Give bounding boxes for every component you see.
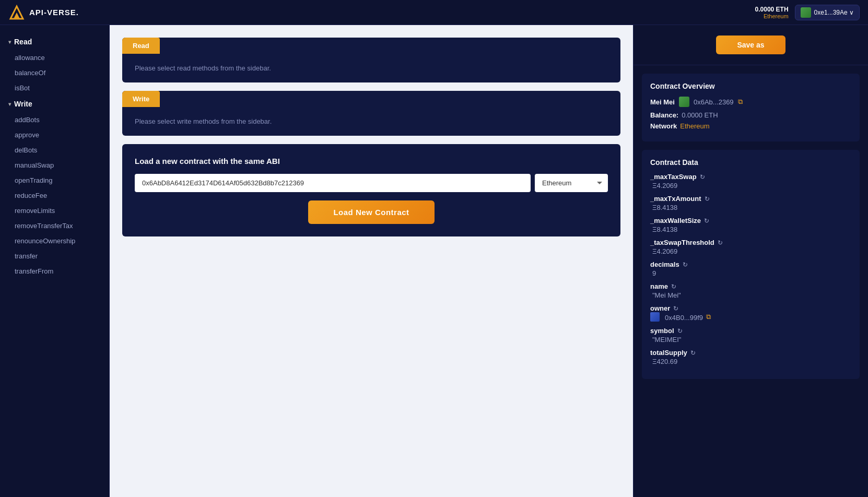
read-panel-body: Please select read methods from the side… bbox=[122, 54, 620, 82]
data-item-decimals: decimals ↻ 9 bbox=[650, 261, 851, 277]
wallet-avatar-icon bbox=[801, 7, 811, 18]
right-panel: Save as Contract Overview Mei Mei 0x6Ab.… bbox=[633, 25, 868, 497]
data-item-value-maxtxamount: Ξ8.4138 bbox=[650, 204, 851, 211]
network-select[interactable]: Ethereum BSC Polygon Avalanche bbox=[535, 174, 608, 192]
contract-overview: Contract Overview Mei Mei 0x6Ab...2369 ⧉… bbox=[642, 74, 860, 141]
data-item-owner: owner ↻ 0x4B0...99f9 ⧉ bbox=[650, 304, 851, 322]
data-item-name-maxtaxswap: _maxTaxSwap bbox=[650, 173, 697, 181]
sidebar-item-removetransfertax[interactable]: removeTransferTax bbox=[0, 218, 109, 233]
network-row: Network Ethereum bbox=[650, 122, 851, 130]
header-right: 0.0000 ETH Ethereum 0xe1...39Ae ∨ bbox=[755, 5, 860, 20]
logo-icon bbox=[8, 4, 25, 21]
data-item-maxwalletsize: _maxWalletSize ↻ Ξ8.4138 bbox=[650, 217, 851, 233]
load-contract-input-row: Ethereum BSC Polygon Avalanche bbox=[135, 174, 608, 192]
write-panel-body: Please select write methods from the sid… bbox=[122, 107, 620, 136]
data-item-name-symbol: symbol bbox=[650, 327, 674, 335]
read-chevron-icon: ▾ bbox=[8, 39, 11, 45]
owner-avatar-icon bbox=[650, 312, 660, 322]
main-layout: ▾ Read allowance balanceOf isBot ▾ Write… bbox=[0, 25, 868, 497]
sidebar-item-manualswap[interactable]: manualSwap bbox=[0, 158, 109, 173]
eth-info: 0.0000 ETH Ethereum bbox=[755, 6, 789, 19]
sidebar-item-opentrading[interactable]: openTrading bbox=[0, 173, 109, 188]
svg-marker-1 bbox=[14, 13, 20, 19]
save-as-button[interactable]: Save as bbox=[716, 36, 785, 54]
read-panel-header: Read bbox=[122, 38, 160, 54]
data-item-name-totalsupply: totalSupply bbox=[650, 349, 687, 357]
data-item-maxtaxswap: _maxTaxSwap ↻ Ξ4.2069 bbox=[650, 173, 851, 190]
data-item-value-maxwalletsize: Ξ8.4138 bbox=[650, 226, 851, 233]
write-chevron-icon: ▾ bbox=[8, 101, 11, 107]
balance-row: Balance: 0.0000 ETH bbox=[650, 111, 851, 119]
logo-text: API-VERSE. bbox=[29, 8, 79, 17]
contract-data-title: Contract Data bbox=[650, 158, 851, 167]
sidebar-item-approve[interactable]: approve bbox=[0, 127, 109, 143]
data-item-name-maxtxamount: _maxTxAmount bbox=[650, 195, 701, 203]
data-item-value-totalsupply: Ξ420.69 bbox=[650, 358, 851, 365]
data-item-name-decimals: decimals bbox=[650, 261, 679, 268]
write-section-label: Write bbox=[14, 100, 32, 108]
data-item-taxswapthreshold: _taxSwapThreshold ↻ Ξ4.2069 bbox=[650, 239, 851, 255]
sidebar-item-delbots[interactable]: delBots bbox=[0, 143, 109, 158]
refresh-owner-icon[interactable]: ↻ bbox=[673, 305, 678, 312]
sidebar-item-transferfrom[interactable]: transferFrom bbox=[0, 264, 109, 279]
sidebar-item-reducefee[interactable]: reduceFee bbox=[0, 188, 109, 203]
sidebar-write-section[interactable]: ▾ Write bbox=[0, 96, 109, 112]
logo-area: API-VERSE. bbox=[8, 4, 79, 21]
data-item-value-name: "Mei Mei" bbox=[650, 291, 851, 299]
data-item-totalsupply: totalSupply ↻ Ξ420.69 bbox=[650, 349, 851, 365]
copy-address-icon[interactable]: ⧉ bbox=[738, 98, 743, 106]
data-item-value-taxswapthreshold: Ξ4.2069 bbox=[650, 247, 851, 255]
refresh-symbol-icon[interactable]: ↻ bbox=[677, 327, 683, 335]
data-item-name-name: name bbox=[650, 282, 668, 290]
owner-value-row: 0x4B0...99f9 ⧉ bbox=[650, 312, 851, 322]
top-header: API-VERSE. 0.0000 ETH Ethereum 0xe1...39… bbox=[0, 0, 868, 25]
contract-avatar-icon bbox=[679, 97, 689, 107]
refresh-maxtxamount-icon[interactable]: ↻ bbox=[705, 195, 710, 203]
data-item-value-maxtaxswap: Ξ4.2069 bbox=[650, 182, 851, 190]
load-new-contract-button[interactable]: Load New Contract bbox=[308, 200, 434, 224]
data-item-value-decimals: 9 bbox=[650, 269, 851, 277]
sidebar-item-isbot[interactable]: isBot bbox=[0, 80, 109, 96]
data-item-value-owner: 0x4B0...99f9 bbox=[663, 314, 703, 322]
sidebar-item-allowance[interactable]: allowance bbox=[0, 50, 109, 65]
balance-label: Balance: bbox=[650, 111, 678, 119]
contract-name-row: Mei Mei 0x6Ab...2369 ⧉ bbox=[650, 97, 851, 107]
sidebar-item-balanceof[interactable]: balanceOf bbox=[0, 65, 109, 80]
refresh-maxwalletsize-icon[interactable]: ↻ bbox=[704, 217, 709, 224]
refresh-taxswapthreshold-icon[interactable]: ↻ bbox=[718, 239, 723, 246]
contract-address-input[interactable] bbox=[135, 174, 531, 192]
data-item-name: name ↻ "Mei Mei" bbox=[650, 282, 851, 299]
load-contract-title: Load a new contract with the same ABI bbox=[135, 157, 608, 165]
eth-amount: 0.0000 ETH bbox=[755, 6, 789, 13]
wallet-address: 0xe1...39Ae ∨ bbox=[814, 9, 854, 16]
refresh-totalsupply-icon[interactable]: ↻ bbox=[690, 349, 696, 357]
save-area: Save as bbox=[634, 25, 868, 65]
data-item-name-taxswapthreshold: _taxSwapThreshold bbox=[650, 239, 714, 246]
wallet-badge[interactable]: 0xe1...39Ae ∨ bbox=[795, 5, 860, 20]
network-label: Network bbox=[650, 122, 677, 130]
copy-owner-icon[interactable]: ⧉ bbox=[706, 313, 711, 321]
data-item-name-maxwalletsize: _maxWalletSize bbox=[650, 217, 701, 224]
data-item-maxtxamount: _maxTxAmount ↻ Ξ8.4138 bbox=[650, 195, 851, 211]
eth-network-label: Ethereum bbox=[755, 13, 789, 19]
read-section-label: Read bbox=[14, 38, 32, 46]
data-item-name-owner: owner bbox=[650, 304, 670, 312]
content-area: Read Please select read methods from the… bbox=[110, 25, 868, 497]
sidebar-item-renounceownership[interactable]: renounceOwnership bbox=[0, 233, 109, 249]
read-method-panel: Read Please select read methods from the… bbox=[122, 38, 620, 82]
write-method-panel: Write Please select write methods from t… bbox=[122, 91, 620, 136]
network-value: Ethereum bbox=[680, 122, 709, 130]
refresh-maxtaxswap-icon[interactable]: ↻ bbox=[700, 173, 705, 181]
refresh-name-icon[interactable]: ↻ bbox=[671, 283, 676, 290]
refresh-decimals-icon[interactable]: ↻ bbox=[683, 261, 688, 268]
balance-value: 0.0000 ETH bbox=[682, 111, 718, 119]
sidebar-item-addbots[interactable]: addBots bbox=[0, 112, 109, 127]
sidebar: ▾ Read allowance balanceOf isBot ▾ Write… bbox=[0, 25, 110, 497]
sidebar-read-section[interactable]: ▾ Read bbox=[0, 33, 109, 50]
contract-name: Mei Mei bbox=[650, 98, 675, 106]
sidebar-item-transfer[interactable]: transfer bbox=[0, 249, 109, 264]
data-item-value-symbol: "MEIMEI" bbox=[650, 336, 851, 344]
contract-data-panel: Contract Data _maxTaxSwap ↻ Ξ4.2069 _max… bbox=[642, 150, 860, 379]
contract-address-display: 0x6Ab...2369 bbox=[694, 98, 734, 106]
sidebar-item-removelimits[interactable]: removeLimits bbox=[0, 203, 109, 218]
